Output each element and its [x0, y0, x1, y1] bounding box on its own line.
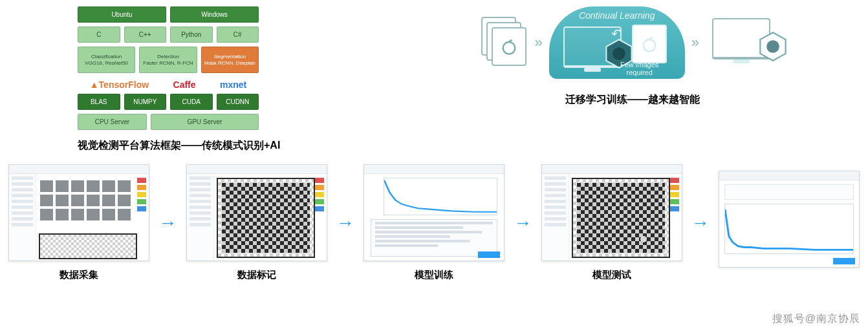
loss-chart: [384, 178, 497, 215]
action-button[interactable]: [478, 251, 500, 258]
apple-icon: [640, 35, 658, 53]
workflow-pipeline: 数据采集 → 数据标记 → 模型训练: [0, 153, 868, 281]
lang-block: Python: [170, 27, 213, 43]
input-image-stack: [481, 17, 528, 69]
eval-chart: [724, 204, 854, 254]
pipeline-step: 数据采集: [8, 164, 150, 281]
stack-caption: 视觉检测平台算法框架——传统模式识别+AI: [78, 139, 280, 153]
calibration-board: [217, 178, 315, 258]
defect-marker: [640, 236, 647, 242]
task-block: DetectionFaster RCNN, R-FCN: [139, 47, 197, 73]
lang-block: C: [78, 27, 120, 43]
svg-point-2: [613, 47, 625, 60]
screenshot-data-label: [186, 164, 327, 261]
learning-box: Continual Learning ↶ Few images required: [549, 6, 685, 79]
color-palette: [670, 178, 679, 213]
svg-point-3: [643, 39, 655, 52]
lang-block: C++: [124, 27, 167, 43]
arrow-icon: →: [336, 213, 354, 233]
lang-block: C#: [217, 27, 259, 43]
framework-stack: Ubuntu Windows C C++ Python C# Classific…: [78, 6, 280, 153]
mxnet-logo: mxnet: [220, 80, 246, 90]
server-block: CPU Server: [78, 114, 147, 130]
flow-arrow-icon: »: [691, 34, 699, 51]
watermark: 搜狐号@南京协辰: [772, 312, 860, 326]
brain-hex-icon: [759, 31, 787, 62]
test-board: [572, 178, 670, 258]
task-block: ClassificationVGG16, ResNet50: [78, 47, 135, 73]
lib-block: BLAS: [78, 94, 120, 110]
color-palette: [137, 178, 146, 213]
continual-learning-panel: » Continual Learning ↶ Few images requir…: [306, 6, 829, 107]
output-model: [706, 16, 783, 70]
flow-arrow-icon: »: [534, 34, 542, 51]
few-images-label: Few images required: [607, 61, 672, 76]
arrow-icon: →: [158, 213, 177, 233]
pipeline-step: 模型测试: [541, 164, 683, 281]
arrow-icon: →: [691, 213, 710, 233]
step-label: 模型训练: [415, 269, 453, 281]
screenshot-eval: [719, 171, 860, 268]
lib-block: CUDNN: [217, 94, 259, 110]
os-block: Windows: [170, 6, 259, 23]
step-label: 数据标记: [237, 269, 276, 281]
svg-point-5: [766, 40, 779, 53]
table-header: [724, 184, 854, 200]
lib-block: CUDA: [170, 94, 213, 110]
server-block: GPU Server: [151, 114, 259, 130]
pipeline-step: [718, 171, 860, 275]
color-palette: [315, 178, 324, 213]
continual-title: Continual Learning: [549, 10, 685, 21]
screenshot-model-test: [541, 164, 682, 261]
thumbnail-grid: [40, 180, 131, 220]
screenshot-data-collect: [8, 164, 149, 261]
svg-point-0: [503, 42, 515, 54]
lib-block: NUMPY: [124, 94, 167, 110]
step-label: 数据采集: [60, 269, 98, 281]
screenshot-model-train: [363, 164, 505, 261]
os-block: Ubuntu: [78, 6, 166, 23]
pipeline-step: 模型训练: [363, 164, 505, 281]
tensorflow-logo: ▲TensorFlow: [90, 80, 149, 90]
framework-logos: ▲TensorFlow Caffe mxnet: [78, 77, 259, 94]
pipeline-step: 数据标记: [186, 164, 328, 281]
continual-caption: 迁移学习训练——越来越智能: [565, 93, 700, 107]
caffe-logo: Caffe: [173, 80, 196, 90]
action-button[interactable]: [833, 258, 855, 264]
arrow-icon: →: [514, 213, 532, 233]
step-label: 模型测试: [592, 269, 631, 281]
task-block: SegmentationMask RCNN, Deeplab: [201, 47, 259, 73]
apple-icon: [500, 37, 518, 56]
